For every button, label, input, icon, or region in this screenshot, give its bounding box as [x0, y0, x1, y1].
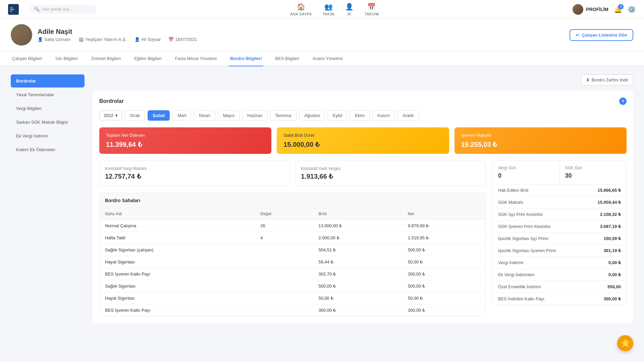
month-ocak[interactable]: Ocak: [125, 110, 145, 121]
matrah-label: Kümülatif Vergi Matrahı: [105, 166, 284, 171]
gelir-label: Kümülatif Gelir Vergisi: [301, 166, 480, 171]
right-stat-row: SGK Matrahı 15.059,44 ₺: [493, 196, 626, 208]
top-nav: 🔍 Her yerde ara... 🏠 ANA SAYFA 👥 TAKIM 👤…: [0, 0, 644, 19]
notification-button[interactable]: 🔔 3: [614, 5, 622, 13]
cell-brut: 500,00 ₺: [313, 280, 402, 292]
sidebar-item-ek-vergi[interactable]: Ek Vergi İndirimi: [11, 129, 85, 142]
back-label: Çalışan Listesine Dön: [582, 33, 627, 38]
tab-izin-bilgileri[interactable]: İzin Bilgileri: [54, 51, 79, 66]
month-mayis[interactable]: Mayıs: [218, 110, 240, 121]
sidebar-item-sarkan[interactable]: Sarkan SGK Matrah Bilgisi: [11, 116, 85, 129]
cell-brut: 504,51 ₺: [313, 244, 402, 256]
table-row: Sağlık Sigortası 500,00 ₺ 500,00 ₺: [100, 280, 485, 292]
right-stat-row: İşsizlik Sigortası İşçi Primi 150,59 ₺: [493, 233, 626, 245]
cell-saha: BES İşveren Katkı Payı: [100, 268, 255, 280]
month-aralik[interactable]: Aralık: [397, 110, 419, 121]
help-button[interactable]: ?: [619, 98, 627, 105]
nav-item-ik[interactable]: 👤 İK: [345, 3, 354, 16]
download-button[interactable]: ⬇ Bordro Zarfını İndir: [581, 74, 633, 85]
right-stat-row: BES İndirilen Katkı Payı 300,00 ₺: [493, 293, 626, 305]
cell-deger: [255, 292, 313, 304]
tab-avans-yonetimi[interactable]: Avans Yönetimi: [311, 51, 344, 66]
back-to-list-button[interactable]: ↩ Çalışan Listesine Dön: [570, 29, 633, 41]
nav-item-takvim[interactable]: 📅 TAKVİM: [364, 3, 379, 16]
tab-zimmet-bilgileri[interactable]: Zimmet Bilgileri: [90, 51, 122, 66]
month-temmuz[interactable]: Temmuz: [270, 110, 297, 121]
logo: [8, 4, 19, 15]
isveren-label: İşveren Maliyeti: [461, 133, 620, 138]
tab-egitim-bilgileri[interactable]: Eğitim Bilgileri: [133, 51, 163, 66]
right-stat-row: Özel Emeklilik İndirimi 550,00: [493, 281, 626, 293]
cell-brut: 2.000,00 ₺: [313, 232, 402, 244]
cell-saha: Hafta Tatili: [100, 232, 255, 244]
right-stat-label: Hak Edilen Brüt: [498, 188, 528, 193]
year-label: 2022: [104, 113, 113, 118]
nav-items: 🏠 ANA SAYFA 👥 TAKIM 👤 İK 📅 TAKVİM: [107, 3, 562, 16]
sidebar-item-bordrolar[interactable]: Bordrolar: [11, 74, 85, 87]
employee-company: 🏢 Yeşilçam Yatırım A.Ş.: [78, 37, 126, 42]
cell-saha: Sağlık Sigortası: [100, 280, 255, 292]
sidebar-item-vergi[interactable]: Vergi Bilgileri: [11, 102, 85, 115]
tab-bordro-bilgileri[interactable]: Bordro Bilgileri: [229, 51, 263, 66]
table-header-row: Saha Adı Değer Brüt Net: [100, 208, 485, 220]
cell-deger: [255, 304, 313, 316]
bordro-title: Bordrolar: [99, 98, 124, 104]
right-stat-value: 550,00: [607, 284, 621, 289]
nav-item-takim[interactable]: 👥 TAKIM: [323, 3, 334, 16]
tab-bes-bilgileri[interactable]: BES Bilgileri: [274, 51, 301, 66]
month-kasim[interactable]: Kasım: [372, 110, 395, 121]
stat-gelir: Kümülatif Gelir Vergisi 1.913,66 ₺: [295, 161, 486, 186]
sidebar-item-yasal[interactable]: Yasal Tanımlamalar: [11, 88, 85, 101]
right-stat-value: 300,00 ₺: [604, 296, 621, 301]
vergi-gun-value: 0: [498, 172, 554, 179]
month-subat[interactable]: Şubat: [148, 110, 170, 121]
download-icon: ⬇: [586, 77, 590, 82]
right-stat-row: SGK İşçi Prim Kesintisi 2.108,32 ₺: [493, 208, 626, 221]
right-stat-row: İşsizlik Sigortası İşveren Primi 301,19 …: [493, 245, 626, 257]
right-stat-label: Özel Emeklilik İndirimi: [498, 284, 541, 289]
right-stat-label: İşsizlik Sigortası İşçi Primi: [498, 236, 548, 241]
right-stat-value: 0,00 ₺: [608, 260, 621, 265]
search-icon: 🔍: [34, 7, 40, 12]
cell-deger: 26: [255, 220, 313, 232]
employee-info: Adile Naşit 👤 Satış Uzmanı 🏢 Yeşilçam Ya…: [38, 28, 197, 42]
profile-button[interactable]: PROFİLİM: [573, 4, 608, 15]
nav-item-ana-sayfa[interactable]: 🏠 ANA SAYFA: [290, 3, 312, 16]
cell-net: 500,00 ₺: [402, 280, 485, 292]
month-mart[interactable]: Mart: [172, 110, 191, 121]
tab-calisan-bilgileri[interactable]: Çalışan Bilgileri: [11, 51, 44, 66]
stat-matrah: Kümülatif Vergi Matrahı 12.757,74 ₺: [99, 161, 290, 186]
month-haziran[interactable]: Haziran: [242, 110, 267, 121]
right-stat-row: SGK İşveren Prim Kesintisi 3.087,19 ₺: [493, 221, 626, 233]
sidebar-item-kidem[interactable]: Kıdem Ek Ödemeler: [11, 143, 85, 156]
month-agustos[interactable]: Ağustos: [299, 110, 325, 121]
card-toplam: Toplam Net Ödenen 11.399,64 ₺: [99, 127, 271, 154]
table-row: Normal Çalışma 26 13.000,00 ₺ 9.879,69 ₺: [100, 220, 485, 232]
col-net: Net: [402, 208, 485, 220]
date-icon: 📅: [168, 37, 174, 42]
nav-right: PROFİLİM 🔔 3 ⚙️: [573, 4, 636, 15]
card-isveren: İşveren Maliyeti 19.255,03 ₺: [454, 127, 627, 154]
col-left: Kümülatif Vergi Matrahı 12.757,74 ₺ Kümü…: [99, 161, 486, 316]
month-ekim[interactable]: Ekim: [350, 110, 370, 121]
month-nisan[interactable]: Nisan: [194, 110, 215, 121]
tab-fazla-mesai[interactable]: Fazla Mesai Yönetimi: [174, 51, 218, 66]
table-row: Sağlık Sigortası (çalışan) 504,51 ₺ 500,…: [100, 244, 485, 256]
role-icon: 👤: [38, 37, 43, 42]
avatar: [573, 4, 583, 15]
settings-button[interactable]: ⚙️: [628, 5, 636, 13]
col-right: Vergi Gün 0 SGK Gün 30 Hak Edilen Brüt 1…: [492, 161, 627, 316]
toplam-label: Toplam Net Ödenen: [106, 133, 265, 138]
right-stat-row: Vergi İndirimi 0,00 ₺: [493, 257, 626, 269]
search-bar[interactable]: 🔍 Her yerde ara...: [30, 5, 97, 14]
sgk-gun-label: SGK Gün: [565, 166, 621, 170]
cell-net: 50,00 ₺: [402, 292, 485, 304]
toplam-value: 11.399,64 ₺: [106, 140, 265, 148]
svg-rect-2: [10, 9, 14, 10]
gear-icon: ⚙️: [628, 6, 636, 13]
right-stat-value: 15.059,44 ₺: [598, 200, 621, 205]
right-stat-label: İşsizlik Sigortası İşveren Primi: [498, 248, 556, 253]
employee-role: 👤 Satış Uzmanı: [38, 37, 70, 42]
month-eylul[interactable]: Eylül: [328, 110, 347, 121]
year-selector[interactable]: 2022 ▾: [99, 111, 122, 120]
